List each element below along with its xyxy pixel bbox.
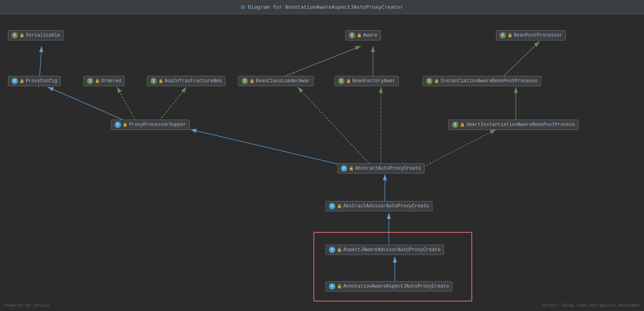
badge-proxyconfig: C <box>12 78 18 84</box>
node-beanfactoryaware[interactable]: I 🔒 BeanFactoryAwar <box>334 76 399 86</box>
label-aopinfrastructurebean: AopInfrastructureBea <box>165 78 222 84</box>
node-abstractadvisorautoproxycreator[interactable]: C 🔒 AbstractAdvisorAutoProxyCreato <box>325 201 433 211</box>
label-proxyprocessorsupport: ProxyProcessorSuppor <box>129 122 186 127</box>
label-smartinstantiation: SmartInstantiationAwareBeanPostProcess <box>466 122 575 127</box>
badge-ordered: I <box>87 78 93 84</box>
label-ordered: Ordered <box>101 78 121 84</box>
label-abstractadvisorautoproxycreator: AbstractAdvisorAutoProxyCreato <box>343 203 429 209</box>
node-smartinstantiation[interactable]: I 🔒 SmartInstantiationAwareBeanPostProce… <box>448 120 579 130</box>
badge-annotationawareaspectjautoproxycreator: C <box>329 283 335 290</box>
label-aware: Aware <box>363 33 377 38</box>
node-beanclassloaderaware[interactable]: I 🔒 BeanClassLoaderAwar <box>238 76 314 86</box>
powered-by: Powered by yFiles <box>5 303 49 308</box>
svg-line-13 <box>504 41 540 76</box>
badge-beanpostprocessor: I <box>500 32 506 39</box>
label-proxyconfig: ProxyConfig <box>26 78 57 84</box>
svg-line-12 <box>286 46 361 76</box>
arrows-svg <box>0 14 644 311</box>
label-beanclassloaderaware: BeanClassLoaderAwar <box>256 78 310 84</box>
badge-abstractautoproxycreator: C <box>341 165 347 172</box>
badge-instantiationawarebeanpostprocessor: I <box>426 78 433 84</box>
badge-beanclassloaderaware: I <box>242 78 248 84</box>
badge-smartinstantiation: I <box>452 122 458 128</box>
label-aspectjawareadvisorautoproxycreator: AspectJAwareAdvisorAutoProxyCreato <box>343 247 440 253</box>
node-serializable[interactable]: I 🔒 Serializable <box>8 30 63 41</box>
node-proxyconfig[interactable]: C 🔒 ProxyConfig <box>8 76 61 86</box>
label-serializable: Serializable <box>26 33 60 38</box>
diagram-icon: ⊞ <box>241 3 245 11</box>
diagram-area: I 🔒 Serializable I 🔒 Aware I 🔒 BeanPostP… <box>0 14 644 311</box>
node-aopinfrastructurebean[interactable]: I 🔒 AopInfrastructureBea <box>147 76 225 86</box>
badge-aspectjawareadvisorautoproxycreator: C <box>329 247 335 253</box>
svg-line-8 <box>298 87 369 163</box>
node-ordered[interactable]: I 🔒 Ordered <box>83 76 125 86</box>
node-proxyprocessorsupport[interactable]: C 🔒 ProxyProcessorSuppor <box>111 120 190 130</box>
title-bar: ⊞ Diagram for AnnotationAwareAspectJAuto… <box>0 0 644 14</box>
badge-aware: I <box>349 32 355 39</box>
node-aware[interactable]: I 🔒 Aware <box>345 30 381 41</box>
label-abstractautoproxycreator: AbstractAutoProxyCreato <box>355 166 421 171</box>
badge-abstractadvisorautoproxycreator: C <box>329 203 335 209</box>
label-beanpostprocessor: BeanPostProcessor <box>514 33 562 38</box>
label-beanfactoryaware: BeanFactoryAwar <box>352 78 395 84</box>
node-instantiationawarebeanpostprocessor[interactable]: I 🔒 InstantiationAwareBeanPostProcesso <box>423 76 541 86</box>
badge-serializable: I <box>12 32 18 39</box>
title-text: ⊞ Diagram for AnnotationAwareAspectJAuto… <box>241 3 403 11</box>
url-bar: https://blog.csdn.net/weixin_42213903 <box>542 303 639 308</box>
badge-proxyprocessorsupport: C <box>115 122 121 128</box>
node-annotationawareaspectjautoproxycreator[interactable]: C 🔒 AnnotationAwareAspectJAutoProxyCreat… <box>325 281 452 292</box>
node-abstractautoproxycreator[interactable]: C 🔒 AbstractAutoProxyCreato <box>337 163 425 174</box>
label-instantiationawarebeanpostprocessor: InstantiationAwareBeanPostProcesso <box>440 78 538 84</box>
diagram-title: Diagram for AnnotationAwareAspectJAutoPr… <box>248 4 403 10</box>
badge-aopinfrastructurebean: I <box>150 78 157 84</box>
node-aspectjawareadvisorautoproxycreator[interactable]: C 🔒 AspectJAwareAdvisorAutoProxyCreato <box>325 245 444 255</box>
node-beanpostprocessor[interactable]: I 🔒 BeanPostProcessor <box>496 30 566 41</box>
svg-line-10 <box>417 129 496 170</box>
badge-beanfactoryaware: I <box>338 78 344 84</box>
label-annotationawareaspectjautoproxycreator: AnnotationAwareAspectJAutoProxyCreato <box>343 284 449 289</box>
